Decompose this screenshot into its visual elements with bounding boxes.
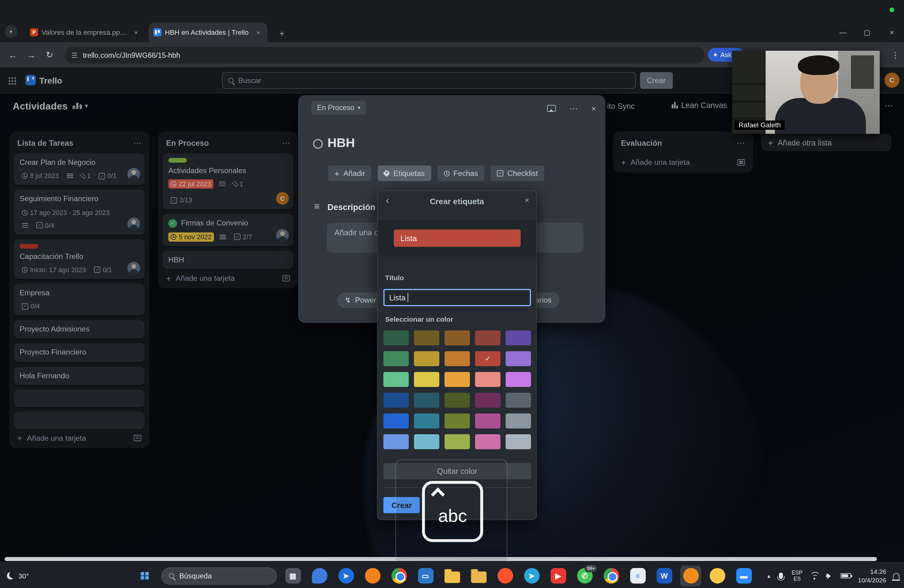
taskbar-center: Búsqueda ▦➤▭➤▶✆99+≡W▬ (135, 563, 754, 588)
microphone-icon[interactable] (779, 573, 783, 579)
card-list-chip[interactable]: En Proceso ▾ (311, 101, 366, 115)
start-button[interactable] (135, 565, 156, 586)
color-swatch[interactable] (383, 330, 409, 345)
color-swatch[interactable] (506, 351, 531, 366)
color-swatch[interactable] (506, 372, 531, 387)
language-top: ESP (792, 569, 803, 576)
battery-icon[interactable] (841, 573, 851, 579)
tab-close-icon[interactable]: × (131, 28, 141, 37)
clock-widget[interactable]: 14:26 10/4/2026 (858, 567, 886, 584)
word-icon[interactable]: W (654, 565, 675, 586)
firefox-icon[interactable] (362, 565, 383, 586)
color-swatch[interactable] (506, 413, 531, 428)
badge-count: 99+ (585, 564, 597, 572)
system-tray: ▴ ESP ES 14:26 10/4/2026 (768, 563, 899, 588)
chrome-canary-icon[interactable] (707, 565, 728, 586)
app-glyph (683, 568, 699, 584)
minimize-button[interactable]: — (834, 25, 852, 40)
color-swatch[interactable] (383, 351, 409, 366)
color-swatch[interactable] (445, 330, 470, 345)
display-app-icon[interactable]: ▭ (415, 565, 436, 586)
color-swatch[interactable] (475, 393, 501, 408)
app-glyph (710, 568, 725, 584)
color-swatch[interactable] (445, 393, 470, 408)
hidden-icons-chevron[interactable]: ▴ (768, 573, 770, 579)
zoom-icon[interactable]: ▬ (733, 565, 754, 586)
color-swatch[interactable] (414, 372, 439, 387)
color-swatch[interactable] (383, 413, 409, 428)
color-swatch[interactable] (475, 434, 501, 449)
checklist-button[interactable]: Checklist (491, 166, 544, 181)
search-icon (169, 573, 174, 579)
compass-browser-icon[interactable]: ➤ (335, 565, 356, 586)
webcam-name-label: Rafael Galeth (735, 120, 785, 130)
color-swatch[interactable] (414, 413, 439, 428)
chrome-icon[interactable] (389, 565, 409, 586)
color-swatch[interactable] (475, 413, 501, 428)
color-swatch[interactable] (445, 434, 470, 449)
color-swatch[interactable] (383, 434, 409, 449)
firefox-icon-2[interactable] (680, 565, 702, 586)
youtube-icon[interactable]: ▶ (548, 565, 569, 586)
card-actions: + Añadir Etiquetas Fechas Checklist (328, 166, 544, 181)
notes-app-icon[interactable]: ≡ (627, 565, 648, 586)
restore-button[interactable]: ▢ (858, 25, 876, 40)
address-bar[interactable]: ☰ trello.com/c/JIn9WG66/15-hbh (65, 47, 705, 63)
dates-button[interactable]: Fechas (437, 166, 484, 181)
close-window-button[interactable]: × (883, 25, 901, 40)
weather-icon (7, 572, 14, 579)
taskbar-search[interactable]: Búsqueda (161, 567, 277, 584)
forward-icon[interactable]: → (23, 47, 40, 63)
notifications-icon[interactable] (893, 573, 899, 579)
taskbar-search-label: Búsqueda (179, 572, 212, 580)
color-swatch[interactable] (414, 434, 439, 449)
browser-tab-2-active[interactable]: HBH en Actividades | Trello × (149, 22, 267, 42)
text-caret (408, 293, 408, 302)
color-swatch[interactable] (475, 330, 501, 345)
tab-title: Valores de la empresa.pptx - Pr (41, 28, 127, 36)
color-swatch[interactable] (475, 372, 501, 387)
task-view-icon[interactable]: ▦ (283, 565, 303, 586)
tab-search-button[interactable]: ▾ (5, 25, 17, 38)
tab-close-icon[interactable]: × (254, 28, 263, 37)
color-swatch-selected[interactable]: ✓ (475, 351, 501, 366)
labels-button[interactable]: Etiquetas (378, 166, 431, 181)
weather-widget[interactable]: 30° (7, 563, 29, 588)
chat-app-icon[interactable] (309, 565, 330, 586)
add-button[interactable]: + Añadir (328, 166, 371, 181)
color-swatch[interactable] (383, 372, 409, 387)
browser-tab-1[interactable]: P Valores de la empresa.pptx - Pr × (25, 22, 145, 42)
color-swatch[interactable] (414, 330, 439, 345)
color-swatch[interactable] (506, 393, 531, 408)
color-swatch[interactable] (445, 413, 470, 428)
brave-icon[interactable] (495, 565, 516, 586)
close-card-icon[interactable]: × (587, 102, 601, 115)
volume-icon[interactable] (826, 572, 834, 579)
color-swatch[interactable] (414, 351, 439, 366)
cover-image-icon[interactable] (544, 102, 558, 115)
close-popup-icon[interactable]: × (525, 196, 529, 205)
whatsapp-icon[interactable]: ✆99+ (574, 565, 595, 586)
color-swatch[interactable] (445, 372, 470, 387)
dates-label: Fechas (454, 169, 478, 177)
color-swatch[interactable] (414, 393, 439, 408)
card-menu-icon[interactable]: ⋯ (567, 102, 580, 115)
browser-menu-icon[interactable]: ⋮ (888, 47, 902, 63)
back-icon[interactable]: ← (5, 47, 21, 63)
file-explorer-icon[interactable] (441, 565, 463, 586)
card-complete-radio[interactable] (313, 139, 323, 149)
new-tab-button[interactable]: + (275, 27, 288, 39)
color-swatch[interactable] (506, 330, 531, 345)
telegram-icon[interactable]: ➤ (521, 565, 542, 586)
color-swatch[interactable] (383, 393, 409, 408)
wifi-icon[interactable] (809, 572, 819, 579)
language-indicator[interactable]: ESP ES (792, 569, 803, 582)
folder-icon[interactable] (468, 565, 489, 586)
reload-icon[interactable]: ↻ (41, 47, 58, 63)
site-settings-icon[interactable]: ☰ (72, 51, 78, 59)
label-title-input[interactable]: Lista (383, 289, 531, 306)
chrome-icon-2[interactable] (601, 565, 622, 586)
color-swatch[interactable] (506, 434, 531, 449)
color-swatch[interactable] (445, 351, 470, 366)
browser-tabstrip: ▾ P Valores de la empresa.pptx - Pr × HB… (0, 0, 904, 42)
